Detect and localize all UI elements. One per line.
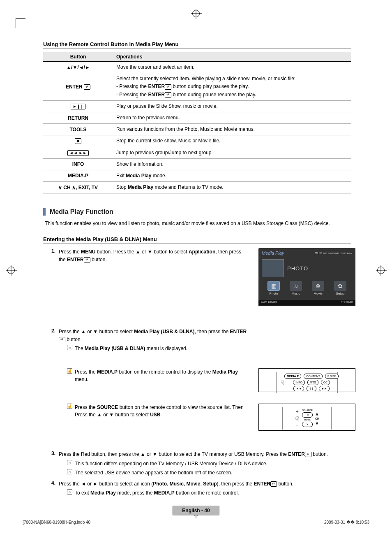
registration-mark-top bbox=[192, 10, 200, 17]
section-bar-icon bbox=[43, 208, 46, 216]
table-button-cell: ENTER ↵ bbox=[43, 73, 113, 101]
remote-btn-mediap: MEDIA.P bbox=[284, 374, 301, 379]
remote-ch-label: CH bbox=[315, 417, 319, 420]
s3-note2: The selected USB device name appears at … bbox=[75, 469, 351, 477]
step1-application: Application bbox=[189, 249, 215, 255]
table-button-cell: TOOLS bbox=[43, 124, 113, 135]
crop-mark-tl bbox=[16, 18, 25, 28]
s4f2: ), then press the bbox=[217, 481, 254, 487]
remote-source-btn: ⇥ bbox=[302, 412, 313, 418]
tv-footer-left: SUM Device bbox=[261, 300, 277, 305]
remote-btn-psize: P.SIZE bbox=[325, 374, 339, 379]
enter-icon: ↵ bbox=[84, 257, 90, 262]
enter-icon: ↵ bbox=[59, 337, 65, 342]
table-operation-cell: Exit Media Play mode. bbox=[113, 170, 351, 181]
s3-note1: This function differs depending on the T… bbox=[75, 460, 351, 468]
tv-screenshot: Media Play SUM 851.86MB/993.02MB Free PH… bbox=[258, 248, 355, 306]
table-operation-cell: Jump to previous group/Jump to next grou… bbox=[113, 147, 351, 158]
hand-icon: ☟ bbox=[295, 416, 299, 423]
tv-icon-photo: ▦Photo bbox=[265, 281, 283, 295]
remote-graphic-media: ☟ MEDIA.PCONTENTP.SIZE INFOMTSCC ◄◄❙❙►► bbox=[258, 368, 355, 392]
remote-btn-cc: CC bbox=[321, 380, 330, 385]
tv-sum-indicator: SUM 851.86MB/993.02MB Free bbox=[315, 251, 352, 255]
enter-icon: ↵ bbox=[305, 452, 311, 457]
table-operation-cell: Stop the current slide show, Music or Mo… bbox=[113, 135, 351, 147]
table-operation-cell: Show file information. bbox=[113, 158, 351, 170]
button-operations-table: Button Operations ▲/▼/◄/►Move the cursor… bbox=[43, 52, 351, 193]
tv-icon-movie: ⊛Movie bbox=[309, 281, 327, 295]
table-button-cell: ◄◄ ►► bbox=[43, 147, 113, 158]
table-button-cell: ▲/▼/◄/► bbox=[43, 62, 113, 73]
remote-btn-pause: ❙❙ bbox=[307, 386, 316, 391]
registration-mark-right bbox=[377, 267, 385, 274]
tv-photo-thumb bbox=[262, 259, 284, 277]
s2f3: button. bbox=[65, 337, 82, 342]
s2-note: The Media Play (USB & DLNA) menu is disp… bbox=[75, 345, 249, 353]
registration-mark-left bbox=[7, 267, 15, 274]
remote-btn-rew: ◄◄ bbox=[293, 386, 304, 391]
table-button-cell: RETURN bbox=[43, 112, 113, 123]
subsection-heading: Entering the Media Play (USB & DLNA) Men… bbox=[43, 236, 351, 244]
footer-metadata: [7000-NA]BN68-01988H-Eng.indb 40 2009-03… bbox=[23, 520, 369, 525]
s2f2: , then press the bbox=[195, 329, 230, 334]
page-content: Using the Remote Control Button in Media… bbox=[43, 41, 351, 515]
step1-enter: ENTER bbox=[67, 257, 84, 262]
s2f1: Press the ▲ or ▼ button to select bbox=[59, 329, 134, 334]
tv-footer-right: ↩ Return bbox=[341, 300, 353, 305]
remote-btn-content: CONTENT bbox=[304, 374, 323, 379]
table-header-button: Button bbox=[43, 52, 113, 62]
step-number-4: 4. bbox=[51, 480, 59, 497]
s3f2: button. bbox=[311, 451, 328, 457]
footer-timestamp: 2009-03-31 �� 8:10:53 bbox=[324, 520, 369, 525]
table-operation-cell: Play or pause the Slide Show, music or m… bbox=[113, 100, 351, 112]
remote-btn-ff: ►► bbox=[319, 386, 330, 391]
remote-mute-btn: ✕ bbox=[302, 422, 313, 427]
s3f1: Press the Red button, then press the ▲ o… bbox=[59, 451, 288, 457]
step1-frag: Press the bbox=[59, 249, 81, 255]
s4b2: ENTER bbox=[254, 481, 271, 487]
remote-mute-label: MUTE bbox=[302, 418, 313, 421]
table-button-cell: MEDIA.P bbox=[43, 170, 113, 181]
remote-btn-mts: MTS bbox=[307, 380, 318, 385]
s4-note: To exit Media Play mode, press the MEDIA… bbox=[75, 489, 351, 497]
hand-icon: ☟ bbox=[281, 379, 284, 386]
table-button-cell: INFO bbox=[43, 158, 113, 170]
s4b1: Photo, Music, Movie, Setup bbox=[153, 481, 217, 487]
enter-icon: ↵ bbox=[270, 481, 277, 487]
section-heading-media-play: Media Play Function bbox=[43, 208, 351, 216]
table-operation-cell: Move the cursor and select an item. bbox=[113, 62, 351, 73]
section-header-remote: Using the Remote Control Button in Media… bbox=[43, 41, 351, 49]
footer-filename: [7000-NA]BN68-01988H-Eng.indb 40 bbox=[23, 520, 90, 525]
step-number-2: 2. bbox=[51, 328, 59, 353]
tv-icon-setup: ✿Setup bbox=[331, 281, 349, 295]
remote-btn-info: INFO bbox=[293, 380, 305, 385]
step-number-3: 3. bbox=[51, 450, 59, 477]
section-title-text: Media Play Function bbox=[50, 208, 113, 216]
table-header-operations: Operations bbox=[113, 52, 351, 62]
steps-container: 1. Press the MENU button. Press the ▲ or… bbox=[51, 248, 351, 497]
step-3-text: Press the Red button, then press the ▲ o… bbox=[59, 450, 351, 477]
s2b2: ENTER bbox=[230, 329, 247, 334]
note-icon: ⍉ bbox=[67, 460, 72, 465]
s4f1: Press the ◄ or ► button to select an ico… bbox=[59, 481, 153, 487]
tip-icon: ☝ bbox=[67, 368, 72, 374]
step-2-text: Press the ▲ or ▼ button to select Media … bbox=[59, 328, 351, 353]
step-number-1: 1. bbox=[51, 248, 59, 263]
note-icon: ⍉ bbox=[67, 469, 72, 474]
table-operation-cell: Return to the previous menu. bbox=[113, 112, 351, 123]
tv-icon-music: ♫Music bbox=[287, 281, 305, 295]
step1-frag2: button. Press the ▲ or ▼ button to selec… bbox=[95, 249, 189, 255]
table-operation-cell: Select the currently selected item. Whil… bbox=[113, 73, 351, 101]
s4f3: button. bbox=[277, 481, 293, 487]
note-icon: ⍉ bbox=[67, 489, 72, 495]
step1-menu: MENU bbox=[81, 249, 95, 255]
enter-icon: ↵ bbox=[84, 84, 90, 90]
remote-source-label: SOURCE bbox=[302, 409, 313, 411]
table-operation-cell: Stop Media Play mode and Returns to TV m… bbox=[113, 182, 351, 193]
intro-paragraph: This function enables you to view and li… bbox=[45, 221, 351, 226]
s3b1: ENTER bbox=[288, 451, 305, 457]
step-4-text: Press the ◄ or ► button to select an ico… bbox=[59, 480, 351, 497]
remote-graphic-source: ＋ ☟ − SOURCE ⇥ MUTE ✕ ∧ CH bbox=[258, 404, 355, 431]
page-number-badge: English - 40 bbox=[172, 506, 219, 515]
s2b1: Media Play (USB & DLNA) bbox=[134, 329, 194, 334]
